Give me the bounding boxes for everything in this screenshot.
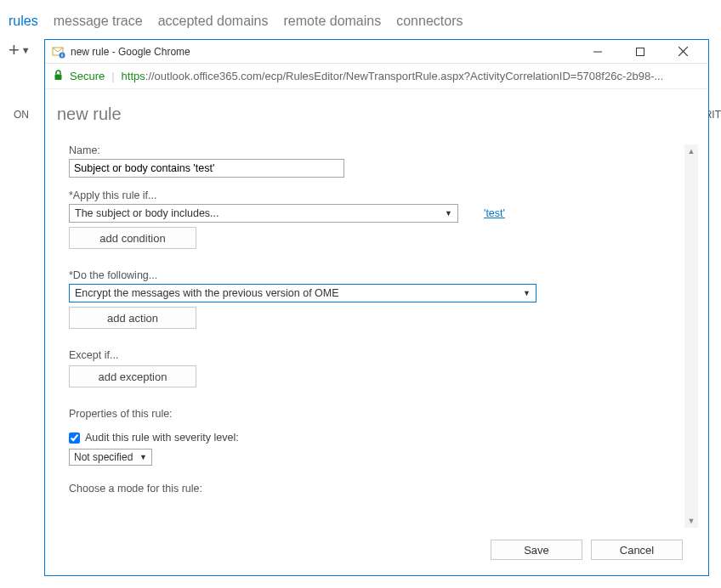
vertical-scrollbar[interactable]: ▲ ▼ — [684, 144, 698, 528]
cancel-button[interactable]: Cancel — [591, 540, 683, 560]
properties-section: Properties of this rule: Audit this rule… — [69, 408, 678, 466]
scroll-up-icon[interactable]: ▲ — [684, 144, 698, 158]
except-label: Except if... — [69, 349, 678, 361]
svg-rect-3 — [637, 48, 644, 55]
page-title: new rule — [45, 89, 708, 129]
url-host: ://outlook.office365.com — [145, 70, 262, 82]
do-label: *Do the following... — [69, 269, 678, 281]
severity-value: Not specified — [74, 451, 139, 463]
new-rule-window: new rule - Google Chrome Secure | https:… — [44, 39, 709, 576]
maximize-button[interactable] — [622, 41, 659, 63]
add-action-button[interactable]: add action — [69, 307, 196, 329]
do-dropdown[interactable]: Encrypt the messages with the previous v… — [69, 284, 536, 302]
window-title: new rule - Google Chrome — [71, 46, 574, 58]
secure-label: Secure — [70, 70, 105, 82]
svg-rect-6 — [55, 74, 62, 80]
column-header-on: ON — [14, 109, 29, 121]
name-label: Name: — [69, 144, 678, 156]
do-dropdown-value: Encrypt the messages with the previous v… — [75, 287, 523, 299]
dialog-buttons: Save Cancel — [45, 536, 708, 575]
mode-section: Choose a mode for this rule: — [69, 483, 678, 495]
window-titlebar: new rule - Google Chrome — [45, 40, 708, 64]
close-button[interactable] — [664, 41, 701, 63]
url-display[interactable]: https://outlook.office365.com/ecp/RulesE… — [122, 70, 700, 82]
address-bar: Secure | https://outlook.office365.com/e… — [45, 64, 708, 89]
apply-section: *Apply this rule if... The subject or bo… — [69, 189, 678, 249]
app-icon — [52, 45, 65, 59]
name-section: Name: — [69, 144, 678, 178]
url-divider: | — [111, 70, 114, 82]
minimize-icon — [593, 48, 602, 56]
add-exception-button[interactable]: add exception — [69, 365, 196, 387]
tab-remote-domains[interactable]: remote domains — [283, 14, 381, 29]
audit-checkbox-label: Audit this rule with severity level: — [85, 432, 239, 444]
apply-value-link[interactable]: 'test' — [484, 207, 505, 219]
lock-icon — [54, 70, 63, 83]
mode-label: Choose a mode for this rule: — [69, 483, 678, 495]
severity-dropdown[interactable]: Not specified ▼ — [69, 449, 152, 466]
chevron-down-icon: ▼ — [139, 453, 147, 461]
tab-rules[interactable]: rules — [9, 14, 38, 29]
scroll-down-icon[interactable]: ▼ — [684, 514, 698, 528]
do-section: *Do the following... Encrypt the message… — [69, 269, 678, 329]
plus-icon: + — [9, 39, 20, 61]
nav-tabs: rules message trace accepted domains rem… — [0, 0, 721, 36]
add-rule-button[interactable]: + ▼ — [9, 39, 31, 61]
chevron-down-icon: ▼ — [523, 289, 531, 297]
properties-label: Properties of this rule: — [69, 408, 678, 420]
maximize-icon — [636, 48, 644, 56]
url-scheme: https — [122, 70, 145, 82]
close-icon — [678, 47, 688, 56]
add-condition-button[interactable]: add condition — [69, 227, 196, 249]
apply-label: *Apply this rule if... — [69, 189, 678, 201]
dropdown-caret-icon: ▼ — [21, 45, 31, 55]
url-path: /ecp/RulesEditor/NewTransportRule.aspx?A… — [262, 70, 663, 82]
chevron-down-icon: ▼ — [445, 209, 452, 218]
tab-accepted-domains[interactable]: accepted domains — [158, 14, 269, 29]
name-input[interactable] — [69, 159, 344, 178]
audit-checkbox[interactable] — [69, 433, 80, 444]
minimize-button[interactable] — [579, 41, 616, 63]
form-content: Name: *Apply this rule if... The subject… — [69, 144, 698, 495]
popup-body: new rule Name: *Apply this rule if... Th… — [45, 89, 708, 575]
tab-message-trace[interactable]: message trace — [54, 14, 143, 29]
apply-dropdown[interactable]: The subject or body includes... ▼ — [69, 204, 458, 223]
tab-connectors[interactable]: connectors — [396, 14, 463, 29]
except-section: Except if... add exception — [69, 349, 678, 387]
form-scroll-area: Name: *Apply this rule if... The subject… — [69, 144, 698, 528]
apply-dropdown-value: The subject or body includes... — [75, 207, 445, 219]
save-button[interactable]: Save — [491, 540, 582, 560]
